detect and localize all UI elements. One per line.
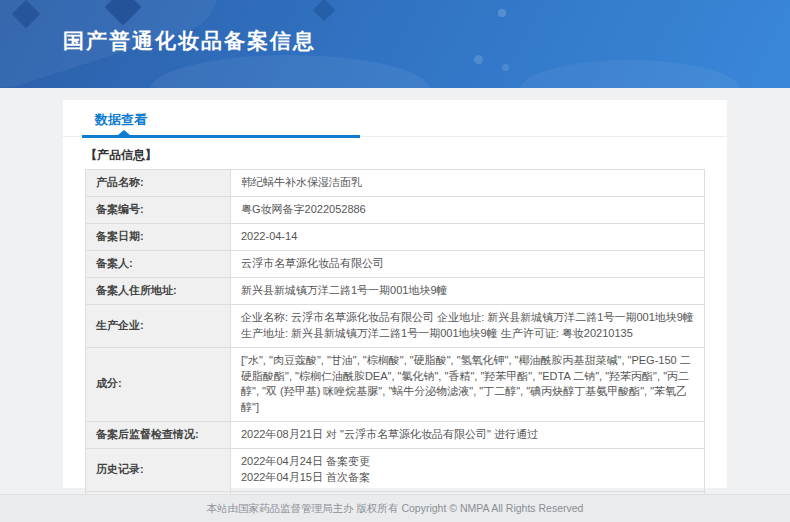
- content-card: 数据查看 【产品信息】 产品名称: 韩纪蜗牛补水保湿洁面乳 备案编号: 粤G妆网…: [63, 100, 727, 488]
- field-value: 韩纪蜗牛补水保湿洁面乳: [231, 170, 705, 197]
- field-label: 生产企业:: [86, 304, 231, 347]
- field-label: 历史记录:: [86, 449, 231, 492]
- decor-diamond: [313, 0, 336, 21]
- section-title-product-info: 【产品信息】: [85, 147, 705, 164]
- field-value: 新兴县新城镇万洋二路1号一期001地块9幢: [231, 277, 705, 304]
- decor-dot: [502, 64, 509, 71]
- tab-data-view[interactable]: 数据查看: [95, 111, 147, 129]
- table-row: 产品名称: 韩纪蜗牛补水保湿洁面乳: [86, 170, 705, 197]
- decor-diamond: [105, 0, 142, 25]
- tab-bar: 数据查看: [63, 100, 727, 137]
- table-row: 历史记录: 2022年04月24日 备案变更 2022年04月15日 首次备案: [86, 449, 705, 492]
- page-title: 国产普通化妆品备案信息: [63, 27, 316, 55]
- field-value: 粤G妆网备字2022052886: [231, 196, 705, 223]
- field-label: 备案编号:: [86, 196, 231, 223]
- table-row: 备案后监督检查情况: 2022年08月21日 对 "云浮市名草源化妆品有限公司"…: [86, 422, 705, 449]
- page-header: 国产普通化妆品备案信息: [0, 0, 790, 88]
- decor-dot: [474, 55, 483, 64]
- field-value: 2022-04-14: [231, 223, 705, 250]
- table-row: 备案人: 云浮市名草源化妆品有限公司: [86, 250, 705, 277]
- table-row: 备案人住所地址: 新兴县新城镇万洋二路1号一期001地块9幢: [86, 277, 705, 304]
- field-label: 产品名称:: [86, 170, 231, 197]
- table-row: 成分: ["水", "肉豆蔻酸", "甘油", "棕榈酸", "硬脂酸", "氢…: [86, 347, 705, 422]
- decor-blob: [150, 55, 430, 88]
- page-footer: 本站由国家药品监督管理局主办 版权所有 Copyright © NMPA All…: [0, 494, 790, 522]
- tab-active-indicator: [82, 135, 360, 138]
- field-label: 备案日期:: [86, 223, 231, 250]
- decor-blob: [520, 60, 740, 88]
- field-value: 2022年04月24日 备案变更 2022年04月15日 首次备案: [231, 449, 705, 492]
- decor-dot: [498, 9, 506, 17]
- footer-text: 本站由国家药品监督管理局主办 版权所有 Copyright © NMPA All…: [207, 502, 584, 514]
- field-label: 成分:: [86, 347, 231, 422]
- field-value: 2022年08月21日 对 "云浮市名草源化妆品有限公司" 进行通过: [231, 422, 705, 449]
- decor-diamond: [12, 0, 40, 28]
- field-value: 企业名称: 云浮市名草源化妆品有限公司 企业地址: 新兴县新城镇万洋二路1号一期…: [231, 304, 705, 347]
- field-label: 备案后监督检查情况:: [86, 422, 231, 449]
- table-row: 生产企业: 企业名称: 云浮市名草源化妆品有限公司 企业地址: 新兴县新城镇万洋…: [86, 304, 705, 347]
- field-value: 云浮市名草源化妆品有限公司: [231, 250, 705, 277]
- table-row: 备案编号: 粤G妆网备字2022052886: [86, 196, 705, 223]
- field-label: 备案人:: [86, 250, 231, 277]
- product-info-table: 产品名称: 韩纪蜗牛补水保湿洁面乳 备案编号: 粤G妆网备字2022052886…: [85, 169, 705, 519]
- field-label: 备案人住所地址:: [86, 277, 231, 304]
- field-value: ["水", "肉豆蔻酸", "甘油", "棕榈酸", "硬脂酸", "氢氧化钾"…: [231, 347, 705, 422]
- table-row: 备案日期: 2022-04-14: [86, 223, 705, 250]
